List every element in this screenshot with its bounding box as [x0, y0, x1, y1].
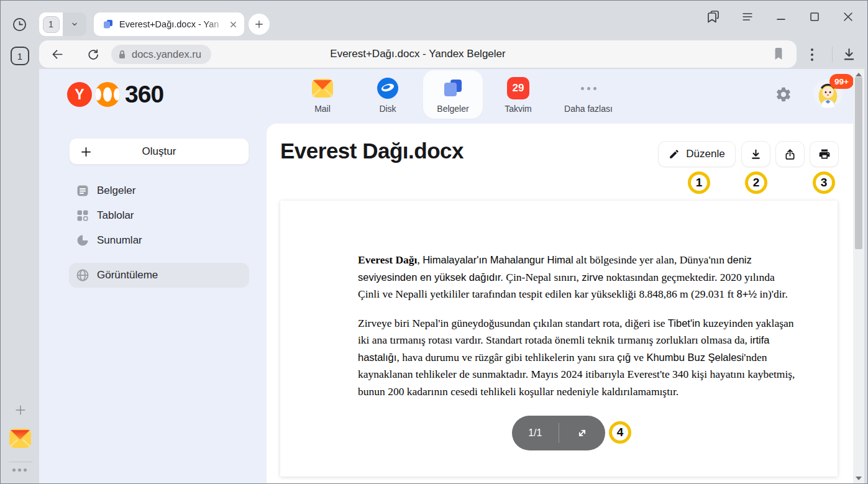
print-button[interactable]: [810, 141, 839, 167]
rail-more-icon[interactable]: [12, 468, 27, 472]
tables-icon: [76, 209, 89, 222]
domain-chip[interactable]: docs.yandex.ru: [111, 45, 211, 64]
nav-label: Takvim: [505, 104, 532, 114]
fullscreen-button[interactable]: [559, 426, 606, 440]
tab-close-icon[interactable]: [229, 20, 238, 29]
page-count: 1/1: [512, 427, 559, 439]
doc-text-segment: 8+½: [736, 288, 757, 299]
o360-icon: [95, 82, 120, 107]
sidebar-item-label: Sunumlar: [97, 234, 142, 247]
nav-item-more[interactable]: Daha fazlası: [554, 70, 623, 119]
create-label: Oluştur: [70, 139, 249, 164]
rail-tab-counter[interactable]: 1: [11, 47, 29, 65]
yandex-y-icon: Y: [67, 82, 92, 107]
printer-icon: [818, 148, 831, 160]
tab-group-expand[interactable]: [63, 12, 86, 36]
maximize-button[interactable]: [806, 9, 823, 25]
doc-text-segment: ve: [631, 351, 646, 363]
edit-button[interactable]: Düzenle: [658, 141, 736, 167]
plus-icon: [254, 19, 265, 30]
doc-text-segment: Tibet'in: [668, 317, 700, 329]
browser-window: 1 Everest+Dağı.docx - Yan: [0, 0, 868, 484]
tab-title: Everest+Dağı.docx - Yan: [119, 19, 229, 29]
sidebar-item-label: Belgeler: [97, 185, 135, 197]
annotation-badge-4: 4: [609, 421, 631, 444]
doc-text-segment: Everest Dağı: [358, 253, 417, 266]
downloads-icon[interactable]: [841, 46, 857, 63]
minimize-button[interactable]: [773, 9, 789, 25]
page-indicator-pill[interactable]: 1/1: [512, 416, 605, 450]
nav-item-mail[interactable]: Mail: [293, 70, 352, 119]
documents-icon: [76, 185, 89, 197]
doc-text-segment: alt bölgesinde yer alan, Dünya'nın: [573, 253, 728, 266]
document-title: Everest Dağı.docx: [280, 139, 464, 163]
toolbar-divider: [832, 47, 833, 62]
menu-icon[interactable]: [739, 9, 756, 25]
nav-item-takvim[interactable]: 29 Takvim: [488, 70, 548, 119]
nav-label: Belgeler: [437, 104, 468, 114]
globe-icon: [76, 269, 89, 281]
share-icon: [783, 148, 797, 161]
doc-text-segment: Zirveye biri Nepal'in güneydoğusundan çı…: [358, 317, 668, 329]
sidebar-item-belgeler[interactable]: Belgeler: [69, 178, 249, 203]
annotation-badge-2: 2: [745, 171, 767, 194]
scroll-up-arrow[interactable]: [856, 73, 862, 76]
download-icon: [749, 148, 762, 161]
sidebar-item-label: Tablolar: [97, 209, 134, 222]
share-button[interactable]: [775, 141, 805, 167]
y360-logo[interactable]: Y 360: [67, 81, 163, 108]
pencil-icon: [669, 148, 680, 160]
doc-text-segment: zirve: [582, 272, 603, 283]
sidebar-item-tablolar[interactable]: Tablolar: [69, 203, 249, 228]
reload-icon[interactable]: [86, 47, 100, 62]
sidebar-item-sunumlar[interactable]: Sunumlar: [69, 228, 249, 253]
back-icon[interactable]: [50, 47, 65, 62]
scroll-down-arrow[interactable]: [856, 477, 862, 480]
new-tab-button[interactable]: [249, 14, 270, 35]
browser-tab[interactable]: Everest+Dağı.docx - Yan: [94, 12, 244, 36]
bookmark-icon[interactable]: [773, 47, 784, 61]
rail-divider: [9, 462, 32, 462]
presentations-icon: [76, 234, 89, 247]
service-nav: Mail Disk Belgeler 29 Takvim: [293, 70, 623, 119]
scrollbar[interactable]: [853, 69, 864, 484]
doc-paragraph-1: Everest Dağı, Himalayalar'ın Mahalangur …: [358, 252, 797, 303]
doc-text-segment: in)'dir.: [757, 288, 788, 300]
nav-item-belgeler[interactable]: Belgeler: [423, 70, 483, 119]
rail-add-icon[interactable]: [14, 403, 27, 417]
close-window-button[interactable]: [840, 9, 856, 25]
side-panels-icon[interactable]: [705, 9, 721, 25]
mail-rail-app-icon[interactable]: [9, 427, 32, 450]
doc-text-segment: Khumbu Buz Şelalesi: [646, 352, 744, 363]
notification-badge: 99+: [829, 74, 854, 89]
annotation-badge-3: 3: [813, 171, 835, 194]
create-button[interactable]: Oluştur: [69, 138, 249, 165]
nav-label: Mail: [314, 104, 331, 114]
sidebar-item-goruntuleme[interactable]: Görüntüleme: [69, 263, 249, 288]
logo-360-text: 360: [125, 81, 163, 108]
nav-label: Disk: [379, 104, 396, 114]
settings-gear-icon[interactable]: [775, 86, 792, 103]
kebab-menu-icon[interactable]: [807, 47, 817, 63]
calendar-day: 29: [513, 82, 524, 94]
doc-text-segment: Çin-Nepal sınırı,: [503, 271, 582, 283]
more-apps-icon: [577, 77, 600, 99]
doc-text-segment: ,: [417, 253, 423, 266]
nav-item-disk[interactable]: Disk: [358, 70, 418, 119]
tab-group-count: 1: [43, 16, 60, 33]
history-icon[interactable]: [12, 17, 27, 32]
lock-icon: [117, 49, 127, 60]
docs-app-icon: [442, 77, 464, 99]
download-button[interactable]: [741, 141, 770, 167]
edit-label: Düzenle: [686, 148, 724, 160]
expand-icon: [575, 426, 589, 440]
calendar-app-icon: 29: [507, 77, 529, 99]
doc-text-segment: , hava durumu ve rüzgâr gibi tehlikeleri…: [396, 351, 617, 363]
doc-paragraph-2: Zirveye biri Nepal'in güneydoğusundan çı…: [358, 315, 797, 401]
tab-group-button[interactable]: 1: [39, 12, 86, 36]
scrollbar-thumb[interactable]: [855, 77, 862, 249]
domain-text: docs.yandex.ru: [132, 48, 201, 60]
doc-text-segment: çığ: [617, 352, 631, 363]
document-body: Everest Dağı, Himalayalar'ın Mahalangur …: [358, 252, 797, 412]
svg-text:Y: Y: [75, 86, 84, 103]
